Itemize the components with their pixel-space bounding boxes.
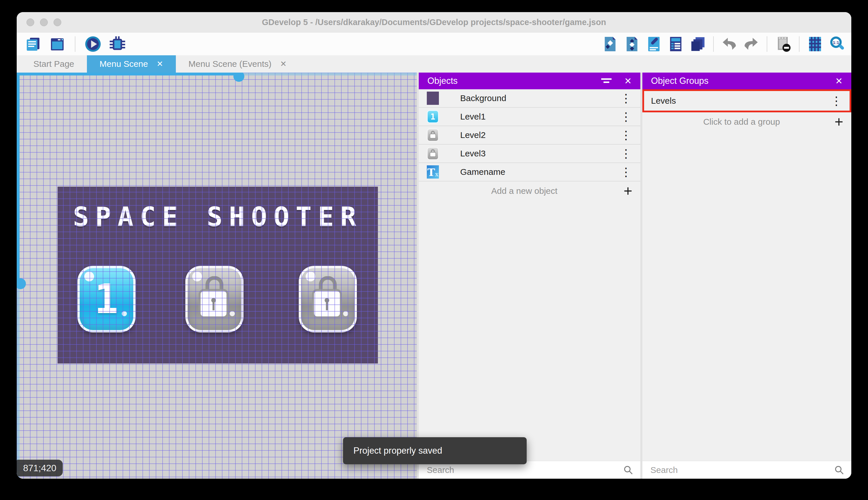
plus-icon[interactable]: + — [622, 182, 634, 200]
traffic-lights — [26, 19, 61, 26]
object-groups-panel: Object Groups ✕ Levels ⋮ Click to add a … — [642, 72, 851, 479]
minimize-window-icon[interactable] — [40, 19, 48, 26]
objects-panel-spacer — [419, 201, 640, 461]
objects-panel-title: Objects — [427, 76, 601, 86]
toolbar: 1:1 — [17, 32, 851, 55]
lock-icon — [312, 276, 344, 319]
scene-preview-window-icon[interactable] — [49, 36, 66, 52]
level1-number: 1 — [80, 268, 133, 330]
object-name: Background — [460, 93, 618, 103]
gdevelop-window: GDevelop 5 - /Users/dkarakay/Documents/G… — [17, 12, 851, 479]
add-object-label: Add a new object — [427, 186, 622, 196]
kebab-menu-icon[interactable]: ⋮ — [618, 165, 634, 179]
tab-start-page[interactable]: Start Page — [21, 55, 87, 72]
instances-list-icon[interactable] — [668, 36, 684, 53]
vertical-scroll-knob[interactable] — [17, 278, 26, 289]
kebab-menu-icon[interactable]: ⋮ — [828, 94, 844, 107]
object-name: Level3 — [460, 149, 618, 158]
object-groups-panel-title: Object Groups — [651, 76, 835, 86]
kebab-menu-icon[interactable]: ⋮ — [618, 92, 634, 105]
horizontal-scroll-knob[interactable] — [233, 72, 244, 82]
toolbar-right-group: 1:1 — [602, 36, 846, 53]
objects-panel: Objects ✕ Background ⋮ 1 Level1 ⋮ Level2… — [419, 72, 640, 479]
locked-thumbnail — [427, 147, 439, 160]
add-group-row[interactable]: Click to add a group + — [642, 112, 851, 131]
add-object-row[interactable]: Add a new object + — [419, 181, 640, 201]
object-groups-search-bar — [642, 461, 851, 479]
search-icon — [834, 465, 844, 475]
search-icon — [623, 465, 633, 475]
kebab-menu-icon[interactable]: ⋮ — [618, 128, 634, 142]
redo-icon[interactable] — [743, 36, 759, 53]
project-manager-icon[interactable] — [25, 36, 42, 52]
toolbar-separator — [799, 36, 799, 52]
toolbar-separator — [767, 36, 767, 52]
toggle-grid-icon[interactable] — [807, 36, 823, 53]
kebab-menu-icon[interactable]: ⋮ — [618, 147, 634, 160]
group-name: Levels — [651, 96, 828, 106]
cursor-coordinates-badge: 871;420 — [17, 460, 63, 476]
background-object[interactable]: SPACE SHOOTER 1 — [58, 186, 378, 363]
horizontal-scrollbar[interactable] — [17, 72, 417, 76]
text-object-thumbnail: Tx — [427, 165, 439, 179]
level3-button-object[interactable] — [299, 266, 357, 332]
layers-editor-icon[interactable] — [690, 36, 706, 53]
close-panel-icon[interactable]: ✕ — [624, 76, 632, 87]
gamename-text-object[interactable]: SPACE SHOOTER — [58, 202, 378, 232]
objects-search-input[interactable] — [427, 465, 623, 475]
objects-editor-icon[interactable] — [602, 36, 618, 53]
object-groups-panel-header: Object Groups ✕ — [642, 72, 851, 89]
lock-icon — [199, 276, 230, 319]
scene-editor-canvas[interactable]: SPACE SHOOTER 1 — [17, 72, 417, 479]
level2-button-object[interactable] — [185, 266, 244, 332]
mini-lock-icon — [430, 149, 436, 158]
object-groups-panel-spacer — [642, 131, 851, 461]
object-name: Level2 — [460, 130, 618, 140]
object-row-level3[interactable]: Level3 ⋮ — [419, 145, 640, 163]
add-group-label: Click to add a group — [650, 117, 833, 127]
zoom-1-1-icon[interactable]: 1:1 — [829, 36, 846, 53]
object-row-level2[interactable]: Level2 ⋮ — [419, 126, 640, 145]
titlebar: GDevelop 5 - /Users/dkarakay/Documents/G… — [17, 12, 851, 32]
close-panel-icon[interactable]: ✕ — [835, 76, 843, 87]
tab-menu-scene-events[interactable]: Menu Scene (Events) ✕ — [176, 55, 299, 72]
tab-menu-scene[interactable]: Menu Scene ✕ — [87, 55, 176, 72]
level1-button-object[interactable]: 1 — [78, 266, 136, 332]
play-preview-icon[interactable] — [85, 36, 101, 53]
mini-lock-icon — [430, 131, 436, 139]
tab-label: Menu Scene — [99, 59, 148, 69]
object-groups-search-input[interactable] — [650, 465, 834, 475]
locked-thumbnail — [427, 128, 439, 142]
objects-panel-header: Objects ✕ — [419, 72, 640, 89]
toolbar-left-group — [25, 36, 126, 53]
plus-icon[interactable]: + — [833, 113, 845, 130]
panel-divider[interactable] — [640, 72, 642, 479]
kebab-menu-icon[interactable]: ⋮ — [618, 110, 634, 123]
object-name: Gamename — [460, 167, 618, 177]
toggle-mask-icon[interactable] — [775, 36, 791, 53]
object-name: Level1 — [460, 112, 618, 122]
zoom-window-icon[interactable] — [54, 19, 61, 26]
undo-icon[interactable] — [721, 36, 737, 53]
properties-editor-icon[interactable] — [646, 36, 662, 53]
level1-thumbnail: 1 — [427, 110, 439, 123]
save-toast: Project properly saved — [343, 437, 527, 464]
group-row-levels-annotation-highlight[interactable]: Levels ⋮ — [642, 89, 851, 112]
toolbar-separator — [75, 36, 75, 52]
object-row-gamename[interactable]: Tx Gamename ⋮ — [419, 163, 640, 181]
debug-icon[interactable] — [109, 36, 126, 53]
object-row-background[interactable]: Background ⋮ — [419, 89, 640, 108]
vertical-scrollbar[interactable] — [17, 72, 20, 479]
background-thumbnail — [427, 92, 439, 105]
close-tab-icon[interactable]: ✕ — [280, 59, 287, 69]
close-window-icon[interactable] — [26, 19, 34, 26]
object-row-level1[interactable]: 1 Level1 ⋮ — [419, 108, 640, 126]
filter-icon[interactable] — [601, 78, 612, 84]
close-tab-icon[interactable]: ✕ — [156, 59, 163, 69]
zoom-ratio-label: 1:1 — [833, 40, 839, 45]
window-title: GDevelop 5 - /Users/dkarakay/Documents/G… — [17, 18, 851, 27]
toolbar-separator — [713, 36, 714, 52]
object-groups-editor-icon[interactable] — [624, 36, 640, 53]
tab-label: Menu Scene (Events) — [188, 59, 271, 69]
panel-divider[interactable] — [417, 72, 419, 479]
